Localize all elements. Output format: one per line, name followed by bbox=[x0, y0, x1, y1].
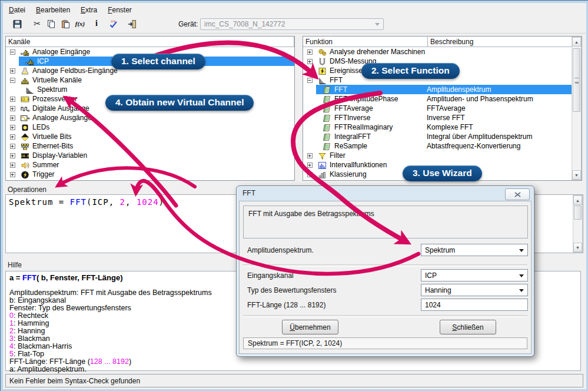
function-row-integralfft[interactable]: IntegralFFTIntegral über Amplitudenspekt… bbox=[303, 132, 572, 141]
events-icon bbox=[317, 67, 327, 75]
functions-panel: Funktion Beschreibung +Analyse drehender… bbox=[303, 36, 582, 181]
function-row-fftamplitudephase[interactable]: FFTAmplitudePhaseAmplituden- und Phasens… bbox=[303, 94, 572, 104]
expand-icon[interactable]: + bbox=[10, 153, 15, 158]
expand-icon[interactable]: + bbox=[307, 59, 313, 64]
formula-icon[interactable]: f(x) bbox=[74, 17, 87, 30]
eingangskanal-combobox[interactable]: ICP bbox=[421, 269, 528, 281]
cut-icon[interactable]: ✂ bbox=[31, 17, 44, 30]
function-row-fftinverse[interactable]: FFTInverseInverse FFT bbox=[303, 113, 572, 122]
vbits-icon bbox=[20, 132, 30, 141]
help-panel-title: Hilfe bbox=[8, 261, 22, 269]
function-row-analyse-drehender-maschinen[interactable]: +Analyse drehender Maschinen bbox=[303, 47, 572, 57]
expand-icon[interactable]: + bbox=[307, 172, 313, 177]
functions-scrollbar[interactable]: ▲ ▼ bbox=[572, 37, 582, 180]
field-label: Amplitudenspektrum. bbox=[247, 246, 314, 254]
expand-icon[interactable]: + bbox=[10, 68, 15, 74]
close-icon[interactable] bbox=[505, 188, 530, 200]
syntax-check-icon[interactable]: OTA bbox=[107, 17, 119, 30]
scrollbar-thumb[interactable] bbox=[573, 48, 580, 112]
fft-l-nge-128-8192--input[interactable]: 1024 bbox=[421, 299, 528, 311]
dialog-body: FFT mit Ausgabe des Betragsspektrums Amp… bbox=[239, 201, 531, 354]
tree-item-label: FFTInverse bbox=[334, 114, 370, 122]
channel-row-trigger[interactable]: +Trigger bbox=[6, 170, 294, 179]
info-icon[interactable]: i bbox=[90, 17, 103, 30]
tree-item-label: Ethernet-Bits bbox=[32, 142, 73, 150]
scroll-down-icon[interactable]: ▼ bbox=[573, 243, 582, 252]
expand-icon[interactable]: + bbox=[10, 106, 15, 111]
scroll-up-icon[interactable]: ▲ bbox=[573, 196, 582, 205]
tree-item-label: Ereignisse, bbox=[330, 67, 364, 75]
expand-icon[interactable]: + bbox=[307, 49, 313, 55]
paste-icon[interactable] bbox=[59, 17, 72, 30]
scroll-up-icon[interactable]: ▲ bbox=[572, 37, 581, 47]
filter-icon bbox=[317, 151, 327, 160]
field-label: FFT-Länge (128 ... 8192) bbox=[247, 301, 325, 309]
channel-row-virtuelle-bits[interactable]: +Virtuelle Bits bbox=[6, 132, 294, 141]
channel-row-ethernet-bits[interactable]: +Ethernet-Bits bbox=[6, 141, 294, 151]
collapse-icon[interactable]: − bbox=[10, 49, 15, 55]
copy-icon[interactable] bbox=[45, 17, 58, 30]
channel-row-summer[interactable]: +Summer bbox=[6, 160, 294, 170]
typ-des-bewertungsfensters-combobox[interactable]: Hanning bbox=[421, 284, 528, 296]
tree-item-label: Trigger bbox=[32, 170, 55, 178]
tree-item-label: Display-Variablen bbox=[32, 151, 87, 160]
function-row-fft[interactable]: FFTAmplitudenspektrum bbox=[303, 85, 572, 94]
apply-button[interactable]: Übernehmen bbox=[282, 320, 338, 334]
device-combobox[interactable]: imc_CS_7008_N_142772 bbox=[200, 18, 384, 30]
function-row-resample[interactable]: ReSampleAbtastfrequenz-Konvertierung bbox=[303, 141, 572, 151]
expand-icon[interactable]: + bbox=[10, 144, 15, 149]
expand-icon[interactable]: + bbox=[307, 68, 313, 74]
callout-use-wizard: 3. Use Wizard bbox=[403, 165, 482, 181]
exit-icon[interactable] bbox=[125, 17, 138, 30]
tree-item-label: FFTAmplitudePhase bbox=[334, 95, 398, 103]
channel-row-virtuelle-kan-le[interactable]: −Virtuelle Kanäle bbox=[6, 75, 294, 85]
scroll-down-icon[interactable]: ▼ bbox=[572, 170, 581, 180]
expand-icon[interactable]: + bbox=[10, 172, 15, 177]
column-header-beschreibung[interactable]: Beschreibung bbox=[428, 37, 582, 47]
expand-icon[interactable]: + bbox=[307, 163, 313, 168]
scrollbar-thumb[interactable] bbox=[574, 206, 582, 220]
channel-row-spektrum[interactable]: Spektrum bbox=[6, 85, 294, 94]
tree-item-description: FFTAverage bbox=[427, 104, 466, 112]
function-row-fftrealimaginary[interactable]: FFTRealImaginaryKomplexe FFT bbox=[303, 122, 572, 132]
field-value: Spektrum bbox=[425, 246, 455, 254]
collapse-icon[interactable]: − bbox=[10, 78, 15, 83]
function-icon bbox=[322, 132, 332, 141]
tree-item-description: Komplexe FFT bbox=[427, 123, 473, 131]
save-icon[interactable] bbox=[11, 17, 24, 30]
channel-row-leds[interactable]: +LEDs bbox=[6, 122, 294, 132]
procvec-icon: 22.9 bbox=[20, 95, 30, 104]
tree-item-label: ReSample bbox=[334, 142, 367, 150]
expand-icon[interactable]: + bbox=[10, 97, 15, 102]
expand-icon[interactable]: + bbox=[10, 125, 15, 130]
tree-item-label: Virtuelle Bits bbox=[32, 132, 71, 141]
divider bbox=[243, 264, 527, 267]
amplitudenspektrum--combobox[interactable]: Spektrum bbox=[421, 244, 528, 256]
expand-icon[interactable]: + bbox=[10, 134, 15, 140]
menu-item-bearbeiten[interactable]: Bearbeiten bbox=[31, 5, 75, 15]
tree-item-label: LEDs bbox=[32, 123, 49, 131]
function-row-filter[interactable]: +Filter bbox=[303, 151, 572, 160]
analog-in-icon bbox=[25, 57, 35, 66]
app-window: DateiBearbeitenExtraFenster ✂f(x)iOTA Ge… bbox=[0, 0, 588, 391]
device-label: Gerät: bbox=[178, 20, 198, 28]
function-row-fftaverage[interactable]: FFTAverageFFTAverage bbox=[303, 104, 572, 113]
menu-item-fenster[interactable]: Fenster bbox=[102, 5, 137, 15]
channel-row-display-variablen[interactable]: +20.8Display-Variablen bbox=[6, 151, 294, 160]
collapse-icon[interactable]: − bbox=[307, 78, 313, 83]
expand-icon[interactable]: + bbox=[10, 115, 15, 121]
menu-item-datei[interactable]: Datei bbox=[4, 5, 31, 15]
ethernet-icon bbox=[20, 142, 30, 151]
dialog-status-line: Spektrum = FFT(ICP, 2, 1024) bbox=[243, 337, 527, 349]
tree-item-label: Spektrum bbox=[37, 85, 67, 94]
operations-scrollbar[interactable]: ▲ ▼ bbox=[573, 195, 583, 253]
close-button[interactable]: Schließen bbox=[440, 320, 496, 334]
expand-icon[interactable]: + bbox=[307, 153, 313, 158]
tree-item-label: ICP bbox=[37, 57, 49, 65]
expand-icon[interactable]: + bbox=[10, 163, 15, 168]
menu-item-extra[interactable]: Extra bbox=[75, 5, 102, 15]
dialog-description: FFT mit Ausgabe des Betragsspektrums bbox=[243, 206, 528, 238]
chevron-down-icon bbox=[375, 23, 380, 26]
channel-row-analoge-ausg-nge[interactable]: +Analoge Ausgänge bbox=[6, 113, 294, 122]
column-header-funktion[interactable]: Funktion bbox=[303, 37, 428, 47]
